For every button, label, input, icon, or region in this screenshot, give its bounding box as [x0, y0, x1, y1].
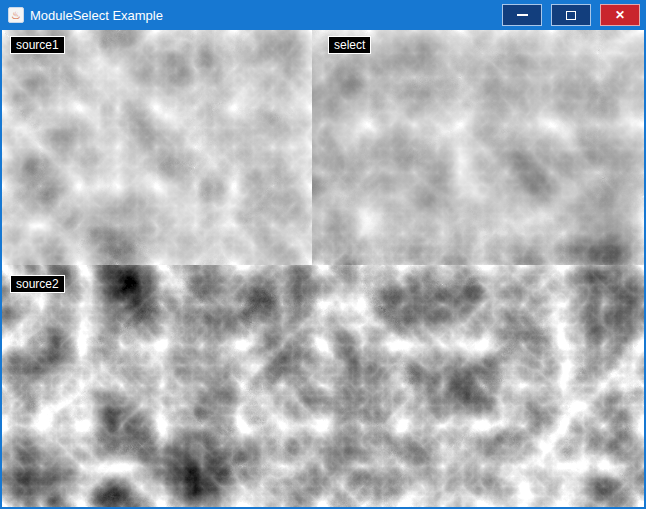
render-area: source1 select source2: [2, 30, 644, 507]
app-window: ModuleSelect Example ✕: [0, 0, 646, 509]
source2-label: source2: [10, 275, 65, 293]
minimize-icon: [517, 14, 528, 16]
maximize-icon: [566, 11, 576, 20]
select-label: select: [328, 36, 371, 54]
close-button[interactable]: ✕: [600, 4, 640, 26]
title-bar[interactable]: ModuleSelect Example ✕: [2, 0, 644, 30]
source1-label: source1: [10, 36, 65, 54]
window-controls: ✕: [502, 4, 640, 26]
source2-texture: [2, 265, 644, 507]
app-icon: [8, 7, 24, 23]
minimize-button[interactable]: [502, 4, 542, 26]
window-title: ModuleSelect Example: [30, 8, 502, 23]
source1-texture: [2, 30, 312, 265]
close-icon: ✕: [615, 9, 625, 21]
maximize-button[interactable]: [551, 4, 591, 26]
